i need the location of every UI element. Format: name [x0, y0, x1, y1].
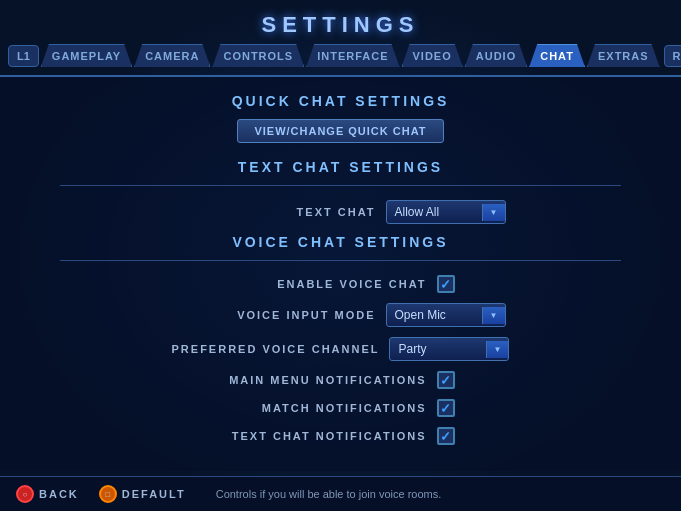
quick-chat-title: QUICK CHAT SETTINGS	[20, 93, 661, 109]
match-notifications-checkbox[interactable]	[437, 399, 455, 417]
preferred-voice-channel-value: Party	[390, 338, 485, 360]
footer-description: Controls if you will be able to join voi…	[216, 488, 442, 500]
main-menu-notifications-checkbox-container	[437, 371, 455, 389]
tab-interface[interactable]: INTERFACE	[306, 44, 399, 67]
text-chat-dropdown[interactable]: Allow All ▼	[386, 200, 506, 224]
tab-gameplay[interactable]: GAMEPLAY	[41, 44, 132, 67]
default-label: DEFAULT	[122, 488, 186, 500]
default-button[interactable]: □ DEFAULT	[99, 485, 186, 503]
back-label: BACK	[39, 488, 79, 500]
quick-chat-btn-container: VIEW/CHANGE QUICK CHAT	[20, 119, 661, 143]
match-notifications-row: MATCH NOTIFICATIONS	[20, 399, 661, 417]
view-change-quick-chat-button[interactable]: VIEW/CHANGE QUICK CHAT	[237, 119, 443, 143]
tab-l1[interactable]: L1	[8, 45, 39, 67]
main-menu-notifications-label: MAIN MENU NOTIFICATIONS	[227, 374, 427, 386]
voice-input-mode-dropdown[interactable]: Open Mic ▼	[386, 303, 506, 327]
default-icon: □	[99, 485, 117, 503]
enable-voice-chat-checkbox[interactable]	[437, 275, 455, 293]
voice-input-mode-value: Open Mic	[387, 304, 482, 326]
tab-r1[interactable]: R1	[664, 45, 681, 67]
text-chat-row: TEXT CHAT Allow All ▼	[20, 200, 661, 224]
main-menu-notifications-row: MAIN MENU NOTIFICATIONS	[20, 371, 661, 389]
back-button[interactable]: ○ BACK	[16, 485, 79, 503]
preferred-voice-channel-dropdown[interactable]: Party ▼	[389, 337, 509, 361]
settings-content: QUICK CHAT SETTINGS VIEW/CHANGE QUICK CH…	[0, 75, 681, 471]
back-icon: ○	[16, 485, 34, 503]
preferred-voice-channel-label: PREFERRED VOICE CHANNEL	[172, 343, 380, 355]
footer: ○ BACK □ DEFAULT Controls if you will be…	[0, 476, 681, 511]
tab-chat[interactable]: CHAT	[529, 44, 585, 67]
text-chat-notifications-checkbox[interactable]	[437, 427, 455, 445]
text-chat-value: Allow All	[387, 201, 482, 223]
voice-input-mode-arrow[interactable]: ▼	[482, 307, 505, 324]
preferred-voice-channel-arrow[interactable]: ▼	[486, 341, 509, 358]
text-chat-notifications-row: TEXT CHAT NOTIFICATIONS	[20, 427, 661, 445]
preferred-voice-channel-row: PREFERRED VOICE CHANNEL Party ▼	[20, 337, 661, 361]
match-notifications-checkbox-container	[437, 399, 455, 417]
enable-voice-chat-label: ENABLE VOICE CHAT	[227, 278, 427, 290]
tab-video[interactable]: VIDEO	[402, 44, 463, 67]
enable-voice-chat-row: ENABLE VOICE CHAT	[20, 275, 661, 293]
main-menu-notifications-checkbox[interactable]	[437, 371, 455, 389]
text-chat-divider	[60, 185, 621, 186]
tab-bar: L1 GAMEPLAY CAMERA CONTROLS INTERFACE VI…	[0, 44, 681, 67]
tab-camera[interactable]: CAMERA	[134, 44, 210, 67]
match-notifications-label: MATCH NOTIFICATIONS	[227, 402, 427, 414]
text-chat-label: TEXT CHAT	[176, 206, 376, 218]
text-chat-title: TEXT CHAT SETTINGS	[20, 159, 661, 175]
voice-input-mode-label: VOICE INPUT MODE	[176, 309, 376, 321]
voice-chat-divider	[60, 260, 621, 261]
voice-input-mode-row: VOICE INPUT MODE Open Mic ▼	[20, 303, 661, 327]
voice-chat-title: VOICE CHAT SETTINGS	[20, 234, 661, 250]
tab-audio[interactable]: AUDIO	[465, 44, 527, 67]
text-chat-notifications-checkbox-container	[437, 427, 455, 445]
tab-controls[interactable]: CONTROLS	[212, 44, 304, 67]
tab-extras[interactable]: EXTRAS	[587, 44, 660, 67]
text-chat-notifications-label: TEXT CHAT NOTIFICATIONS	[227, 430, 427, 442]
page-title: SETTINGS	[0, 0, 681, 44]
enable-voice-chat-checkbox-container	[437, 275, 455, 293]
text-chat-dropdown-arrow[interactable]: ▼	[482, 204, 505, 221]
